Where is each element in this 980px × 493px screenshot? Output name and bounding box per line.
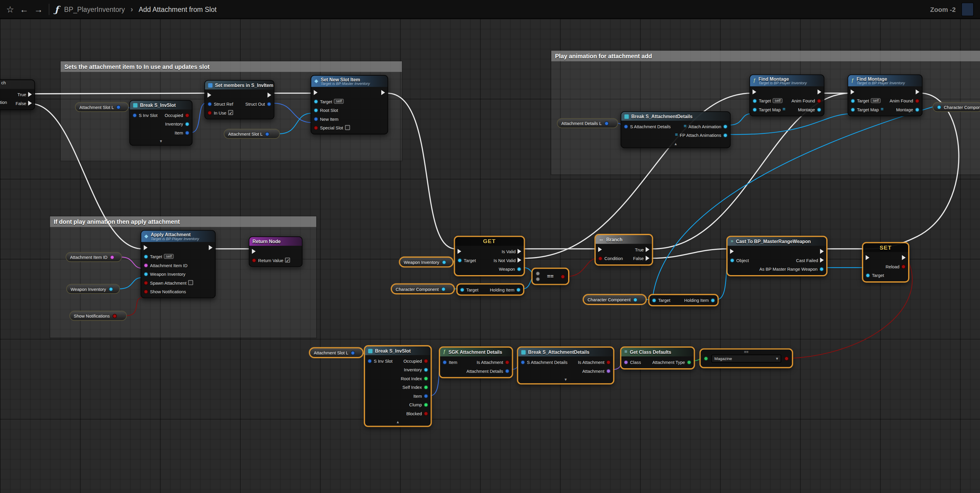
- true-pin[interactable]: True: [635, 247, 649, 252]
- target-pin[interactable]: Target: [460, 287, 478, 292]
- self-field[interactable]: self: [871, 98, 880, 103]
- false-pin[interactable]: False: [16, 101, 32, 106]
- true-pin[interactable]: True: [18, 92, 32, 97]
- node-header[interactable]: ƒFind MontageTarget is BP Player Invento…: [750, 75, 824, 86]
- attachment-details-pin[interactable]: Attachment Details: [466, 369, 509, 373]
- attach-animation-pin[interactable]: Attach Animation≡: [684, 124, 727, 129]
- weapon-pin[interactable]: Weapon: [499, 266, 521, 271]
- breadcrumb-function-name[interactable]: Add Attachment from Slot: [138, 5, 216, 13]
- var-pill-character-compone[interactable]: Character Compone: [932, 102, 980, 112]
- target-map-pin[interactable]: Target Map≡: [851, 107, 884, 112]
- node-branch[interactable]: ↔BranchTrueConditionFalse: [595, 235, 652, 265]
- enum-pin[interactable]: [704, 356, 708, 361]
- corner-tab[interactable]: [961, 2, 974, 16]
- class-pin[interactable]: Class: [624, 360, 641, 364]
- node-equal-object[interactable]: ==: [532, 268, 569, 285]
- node-sgk-attachment-details[interactable]: ƒSGK Attachment DetailsItemIs Attachment…: [439, 347, 512, 378]
- wildcard-pin[interactable]: [536, 277, 540, 281]
- node-cast-to-bp-masterrangeweapon[interactable]: »Cast To BP_MasterRangeWeaponObjectCast …: [727, 236, 827, 276]
- exec-pin[interactable]: [916, 89, 920, 94]
- blocked-pin[interactable]: Blocked: [406, 411, 428, 416]
- in-use-pin[interactable]: In Use✓: [207, 110, 233, 115]
- s-inv-slot-pin[interactable]: S Inv Slot: [133, 113, 158, 117]
- exec-pin[interactable]: [252, 249, 256, 254]
- node-header[interactable]: Break S_AttachmentDetails: [621, 112, 730, 121]
- is-attachment-pin[interactable]: Is Attachment: [578, 360, 611, 364]
- collapse-arrow[interactable]: ▼: [518, 377, 613, 383]
- exec-pin[interactable]: [866, 255, 870, 260]
- occupied-pin[interactable]: Occupied: [165, 113, 189, 117]
- cast-failed-pin[interactable]: Cast Failed: [796, 258, 824, 263]
- exec-pin[interactable]: [209, 245, 213, 250]
- var-pill-character-component[interactable]: Character Component: [391, 284, 455, 294]
- node-header[interactable]: Break S_InvSlot: [365, 346, 431, 355]
- item-pin[interactable]: Item: [442, 360, 457, 364]
- anim-found-pin[interactable]: Anim Found: [889, 99, 920, 103]
- exec-pin[interactable]: [314, 90, 318, 95]
- object-pin[interactable]: Object: [730, 258, 749, 262]
- exec-pin[interactable]: [820, 249, 824, 254]
- var-pill-attachment-item-id[interactable]: Attachment Item ID: [65, 252, 122, 262]
- node-header[interactable]: ƒSGK Attachment Details: [440, 348, 512, 356]
- exec-pin[interactable]: [144, 245, 148, 250]
- self-field[interactable]: self: [164, 254, 173, 259]
- struct-pin-icon[interactable]: [351, 351, 355, 355]
- node-apply-attachment[interactable]: ◆Apply AttachmentTarget is BP Player Inv…: [141, 230, 216, 298]
- inventory-pin[interactable]: Inventory: [165, 122, 189, 126]
- checkbox[interactable]: ✓: [285, 258, 290, 263]
- name-pin-icon[interactable]: [110, 255, 115, 259]
- collapse-arrow[interactable]: ▲: [621, 141, 730, 147]
- node-header[interactable]: ≡Get Class Defaults: [621, 348, 694, 356]
- node-set-members-in-s-invitem[interactable]: Set members in S_InvItemStruct RefStruct…: [204, 80, 274, 120]
- fp-attach-animations-pin[interactable]: FP Attach Animations≡: [675, 133, 727, 138]
- node-get-validated[interactable]: GETIs ValidTargetIs Not ValidWeapon: [454, 236, 524, 276]
- node-header[interactable]: »Cast To BP_MasterRangeWeapon: [727, 237, 826, 246]
- var-pill-character-component[interactable]: Character Component: [583, 294, 646, 305]
- s-inv-slot-pin[interactable]: S Inv Slot: [368, 359, 393, 363]
- obj-pin-icon[interactable]: [108, 287, 113, 291]
- wildcard-pin[interactable]: [536, 271, 540, 276]
- struct-pin-icon[interactable]: [265, 131, 270, 136]
- comment-title[interactable]: Play animation for attachment add: [551, 51, 980, 61]
- var-pill-attachment-slot-l[interactable]: Attachment Slot L: [224, 129, 280, 139]
- bool-pin-icon[interactable]: [112, 313, 116, 318]
- target-map-pin[interactable]: Target Map≡: [752, 107, 785, 112]
- self-field[interactable]: self: [334, 99, 344, 104]
- collapse-arrow[interactable]: ▼: [130, 139, 192, 145]
- struct-ref-pin[interactable]: Struct Ref: [207, 102, 233, 106]
- occupied-pin[interactable]: Occupied: [404, 359, 428, 363]
- weapon-inventory-pin[interactable]: Weapon Inventory: [144, 271, 185, 276]
- node-find-montage-2[interactable]: ƒFind MontageTarget is BP Player Invento…: [848, 75, 923, 116]
- obj-pin-icon[interactable]: [441, 287, 445, 291]
- node-break-s-invslot-expanded[interactable]: Break S_InvSlotS Inv SlotOccupiedInvento…: [364, 346, 431, 426]
- node-break-s-invslot[interactable]: Break S_InvSlotS Inv SlotOccupiedInvento…: [129, 100, 192, 146]
- node-header[interactable]: SET: [863, 243, 908, 252]
- bool-pin[interactable]: [561, 274, 565, 279]
- exec-pin[interactable]: [267, 93, 272, 98]
- attachment-item-id-pin[interactable]: Attachment Item ID: [144, 263, 188, 267]
- node-header[interactable]: Break S_InvSlot: [130, 101, 192, 109]
- forward-arrow-icon[interactable]: →: [34, 0, 43, 18]
- holding-item-pin[interactable]: Holding Item: [490, 287, 521, 292]
- enum-dropdown[interactable]: Magazine▾: [711, 354, 781, 362]
- bool-pin[interactable]: [784, 356, 789, 361]
- node-header[interactable]: Break S_AttachmentDetails: [518, 348, 613, 356]
- var-pill-weapon-inventory[interactable]: Weapon Inventory: [399, 257, 453, 267]
- attachment-type-pin[interactable]: Attachment Type: [652, 360, 691, 364]
- holding-item-pin[interactable]: Holding Item: [684, 298, 715, 302]
- as-bp-master-range-weapon-pin[interactable]: As BP Master Range Weapon: [759, 266, 824, 271]
- node-equal-enum[interactable]: ==Magazine▾: [700, 349, 792, 367]
- exec-pin[interactable]: [381, 90, 385, 95]
- var-pill-show-notifications[interactable]: Show Notifications: [69, 311, 127, 321]
- item-pin[interactable]: Item: [413, 394, 428, 398]
- target-pin[interactable]: Targetself: [314, 99, 344, 104]
- special-slot-pin[interactable]: Special Slot: [314, 125, 350, 130]
- node-header[interactable]: Set members in S_InvItem: [205, 81, 274, 89]
- checkbox[interactable]: ✓: [228, 110, 233, 115]
- s-attachment-details-pin[interactable]: S Attachment Details: [521, 360, 568, 364]
- node-return[interactable]: Return NodeReturn Value✓: [249, 236, 302, 267]
- node-header[interactable]: ◆Apply AttachmentTarget is BP Player Inv…: [141, 231, 215, 242]
- target-pin[interactable]: Target: [866, 273, 884, 278]
- node-break-s-attachmentdetails-top[interactable]: Break S_AttachmentDetailsS Attachment De…: [621, 111, 731, 148]
- comment-title[interactable]: If dont play animation then apply attach…: [50, 216, 316, 227]
